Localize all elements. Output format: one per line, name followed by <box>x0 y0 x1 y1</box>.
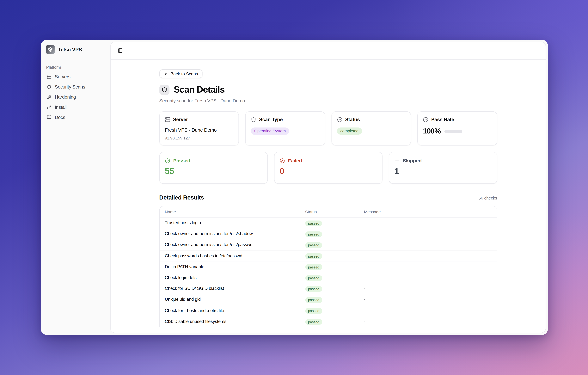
check-status-cell: passed <box>305 274 364 281</box>
server-icon <box>165 117 170 122</box>
scan-type-badge: Operating System <box>251 127 289 135</box>
sidebar: Tetsu VPS Platform Servers S <box>41 40 110 335</box>
status-badge: passed <box>305 297 322 303</box>
column-header-message: Message <box>364 209 497 214</box>
server-card: Server Fresh VPS - Dune Demo 91.98.159.1… <box>159 111 239 146</box>
check-status-cell: passed <box>305 219 364 226</box>
check-name: Check login.defs <box>159 275 305 280</box>
table-row: Check passwords hashes in /etc/passwd pa… <box>159 250 497 261</box>
server-icon <box>47 75 51 79</box>
app-window: Tetsu VPS Platform Servers S <box>41 40 548 335</box>
book-open-icon <box>47 115 51 120</box>
main-panel: Back to Scans Scan Details Security scan… <box>110 42 546 333</box>
status-badge: passed <box>305 264 322 270</box>
circle-check-icon <box>337 117 342 122</box>
check-status-cell: passed <box>305 263 364 270</box>
status-badge: passed <box>305 231 322 237</box>
results-table: Name Status Message Trusted hosts login … <box>159 206 497 327</box>
check-status-cell: passed <box>305 252 364 259</box>
circle-check-icon <box>165 158 170 163</box>
table-body: Trusted hosts login passed - Check owner… <box>159 218 497 327</box>
check-name: Check owner and permissions for /etc/sha… <box>159 231 305 236</box>
failed-label: Failed <box>288 158 302 164</box>
check-message: - <box>364 275 497 280</box>
failed-card: Failed 0 <box>274 152 382 184</box>
table-row: Dot in PATH variable passed - <box>159 261 497 272</box>
check-message: - <box>364 221 497 225</box>
server-name: Fresh VPS - Dune Demo <box>165 127 233 133</box>
table-row: Check owner and permissions for /etc/sha… <box>159 229 497 239</box>
passed-count: 55 <box>165 166 262 176</box>
check-message: - <box>364 231 497 236</box>
check-status-cell: passed <box>305 296 364 303</box>
passed-label: Passed <box>173 158 190 164</box>
check-name: Check passwords hashes in /etc/passwd <box>159 253 305 258</box>
table-row: Check owner and permissions for /etc/pas… <box>159 240 497 250</box>
title-row: Scan Details <box>159 84 497 95</box>
check-name: Check owner and permissions for /etc/pas… <box>159 242 305 247</box>
brand-name: Tetsu VPS <box>58 47 82 52</box>
status-badge: passed <box>305 286 322 292</box>
server-ip: 91.98.159.127 <box>165 136 233 140</box>
info-cards-row: Server Fresh VPS - Dune Demo 91.98.159.1… <box>159 111 497 146</box>
sidebar-item-label: Docs <box>55 115 65 120</box>
check-status-cell: passed <box>305 241 364 248</box>
sidebar-item-security-scans[interactable]: Security Scans <box>45 82 106 92</box>
table-header-row: Name Status Message <box>159 206 497 218</box>
topbar <box>111 42 546 60</box>
passed-card: Passed 55 <box>159 152 267 184</box>
check-name: Trusted hosts login <box>159 220 305 226</box>
check-name: Dot in PATH variable <box>159 264 305 269</box>
table-row: Check for SUID/ SGID blacklist passed - <box>159 283 497 294</box>
check-message: - <box>364 253 497 258</box>
sidebar-item-servers[interactable]: Servers <box>45 72 106 82</box>
check-status-cell: passed <box>305 307 364 314</box>
check-message: - <box>364 308 497 312</box>
status-badge: passed <box>305 308 322 314</box>
check-status-cell: passed <box>305 318 364 325</box>
pass-rate-value: 100% <box>423 127 441 135</box>
check-message: - <box>364 319 497 324</box>
pass-rate-progress-bar <box>444 130 462 133</box>
column-header-status: Status <box>305 209 364 214</box>
sidebar-item-docs[interactable]: Docs <box>45 113 106 122</box>
check-status-cell: passed <box>305 230 364 237</box>
column-header-name: Name <box>159 209 305 214</box>
failed-count: 0 <box>280 166 377 176</box>
check-name: Check for .rhosts and .netrc file <box>159 308 305 313</box>
summary-cards-row: Passed 55 Failed <box>159 152 497 184</box>
check-message: - <box>364 242 497 247</box>
results-title: Detailed Results <box>159 194 204 201</box>
table-row: Unique uid and gid passed - <box>159 294 497 305</box>
skipped-count: 1 <box>394 166 492 176</box>
check-message: - <box>364 286 497 291</box>
sidebar-item-label: Hardening <box>55 94 76 100</box>
server-card-label: Server <box>173 116 188 122</box>
sidebar-item-install[interactable]: Install <box>45 102 106 112</box>
check-name: Check for SUID/ SGID blacklist <box>159 286 305 291</box>
table-row: Check for .rhosts and .netrc file passed… <box>159 305 497 316</box>
status-badge: passed <box>305 275 322 281</box>
back-to-scans-button[interactable]: Back to Scans <box>159 69 202 78</box>
sidebar-toggle-button[interactable] <box>116 46 125 55</box>
key-icon <box>47 105 51 109</box>
sidebar-item-label: Security Scans <box>55 84 85 90</box>
check-message: - <box>364 264 497 269</box>
status-badge: passed <box>305 319 322 325</box>
sidebar-item-label: Install <box>55 104 67 110</box>
page-title: Scan Details <box>174 84 225 95</box>
status-badge: completed <box>337 127 362 135</box>
shield-icon <box>251 117 256 122</box>
check-name: CIS: Disable unused filesystems <box>159 319 305 324</box>
scan-shield-icon <box>159 85 169 95</box>
sidebar-section-label: Platform <box>46 65 106 69</box>
check-message: - <box>364 297 497 302</box>
table-row: Trusted hosts login passed - <box>159 218 497 229</box>
scan-type-card: Scan Type Operating System <box>245 111 325 146</box>
sidebar-item-hardening[interactable]: Hardening <box>45 92 106 102</box>
check-status-cell: passed <box>305 285 364 292</box>
status-label: Status <box>345 116 360 122</box>
circle-check-icon <box>423 117 428 122</box>
minus-icon <box>394 158 399 163</box>
check-name: Unique uid and gid <box>159 297 305 302</box>
